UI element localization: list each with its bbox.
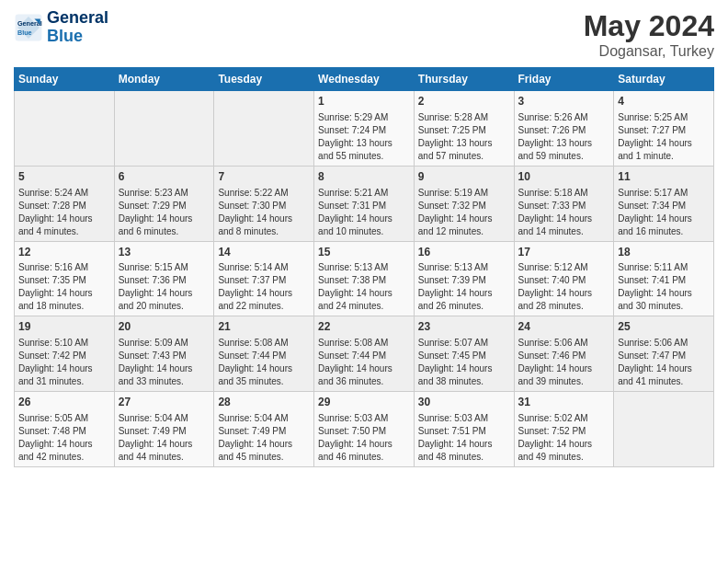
calendar-cell: 15Sunrise: 5:13 AM Sunset: 7:38 PM Dayli… — [314, 241, 415, 316]
calendar-cell: 8Sunrise: 5:21 AM Sunset: 7:31 PM Daylig… — [314, 166, 415, 241]
day-number: 31 — [518, 395, 610, 410]
day-info: Sunrise: 5:04 AM Sunset: 7:49 PM Dayligh… — [119, 412, 210, 464]
calendar-cell: 7Sunrise: 5:22 AM Sunset: 7:30 PM Daylig… — [214, 166, 314, 241]
calendar-cell: 13Sunrise: 5:15 AM Sunset: 7:36 PM Dayli… — [114, 241, 214, 316]
day-info: Sunrise: 5:18 AM Sunset: 7:33 PM Dayligh… — [518, 187, 610, 238]
day-number: 11 — [618, 169, 710, 185]
calendar-cell: 23Sunrise: 5:07 AM Sunset: 7:45 PM Dayli… — [414, 316, 514, 392]
day-info: Sunrise: 5:26 AM Sunset: 7:26 PM Dayligh… — [518, 111, 610, 163]
day-info: Sunrise: 5:06 AM Sunset: 7:46 PM Dayligh… — [518, 337, 610, 388]
day-number: 27 — [119, 395, 210, 410]
calendar-cell: 27Sunrise: 5:04 AM Sunset: 7:49 PM Dayli… — [114, 392, 214, 467]
day-info: Sunrise: 5:12 AM Sunset: 7:40 PM Dayligh… — [518, 261, 610, 313]
day-info: Sunrise: 5:24 AM Sunset: 7:28 PM Dayligh… — [18, 187, 110, 238]
day-info: Sunrise: 5:21 AM Sunset: 7:31 PM Dayligh… — [318, 187, 410, 238]
day-info: Sunrise: 5:23 AM Sunset: 7:29 PM Dayligh… — [119, 187, 210, 238]
calendar-cell: 29Sunrise: 5:03 AM Sunset: 7:50 PM Dayli… — [314, 392, 415, 467]
calendar-week-row: 5Sunrise: 5:24 AM Sunset: 7:28 PM Daylig… — [15, 166, 714, 241]
calendar-cell: 4Sunrise: 5:25 AM Sunset: 7:27 PM Daylig… — [614, 91, 714, 167]
day-number: 2 — [418, 94, 510, 109]
day-info: Sunrise: 5:14 AM Sunset: 7:37 PM Dayligh… — [218, 261, 310, 313]
calendar-cell: 10Sunrise: 5:18 AM Sunset: 7:33 PM Dayli… — [514, 166, 614, 241]
calendar-cell: 6Sunrise: 5:23 AM Sunset: 7:29 PM Daylig… — [114, 166, 214, 241]
calendar-cell: 26Sunrise: 5:05 AM Sunset: 7:48 PM Dayli… — [15, 392, 115, 467]
day-number: 26 — [18, 395, 110, 410]
day-number: 25 — [618, 319, 710, 335]
calendar-week-row: 12Sunrise: 5:16 AM Sunset: 7:35 PM Dayli… — [15, 241, 714, 316]
day-number: 9 — [418, 169, 510, 185]
day-info: Sunrise: 5:06 AM Sunset: 7:47 PM Dayligh… — [618, 337, 710, 388]
day-info: Sunrise: 5:19 AM Sunset: 7:32 PM Dayligh… — [418, 187, 510, 238]
calendar-cell: 31Sunrise: 5:02 AM Sunset: 7:52 PM Dayli… — [514, 392, 614, 467]
logo-icon: General Blue — [14, 13, 43, 42]
location-subtitle: Dogansar, Turkey — [584, 43, 714, 60]
calendar-week-row: 1Sunrise: 5:29 AM Sunset: 7:24 PM Daylig… — [15, 91, 714, 167]
calendar-cell — [114, 91, 214, 167]
day-number: 21 — [218, 319, 310, 335]
day-number: 29 — [318, 395, 410, 410]
day-number: 15 — [318, 245, 410, 260]
logo-text: General Blue — [47, 9, 108, 46]
calendar-cell: 18Sunrise: 5:11 AM Sunset: 7:41 PM Dayli… — [614, 241, 714, 316]
calendar-cell: 30Sunrise: 5:03 AM Sunset: 7:51 PM Dayli… — [414, 392, 514, 467]
day-info: Sunrise: 5:29 AM Sunset: 7:24 PM Dayligh… — [318, 111, 410, 163]
day-info: Sunrise: 5:17 AM Sunset: 7:34 PM Dayligh… — [618, 187, 710, 238]
calendar-cell: 14Sunrise: 5:14 AM Sunset: 7:37 PM Dayli… — [214, 241, 314, 316]
calendar-cell: 11Sunrise: 5:17 AM Sunset: 7:34 PM Dayli… — [614, 166, 714, 241]
day-number: 8 — [318, 169, 410, 185]
day-info: Sunrise: 5:10 AM Sunset: 7:42 PM Dayligh… — [18, 337, 110, 388]
calendar-cell: 3Sunrise: 5:26 AM Sunset: 7:26 PM Daylig… — [514, 91, 614, 167]
calendar-week-row: 26Sunrise: 5:05 AM Sunset: 7:48 PM Dayli… — [15, 392, 714, 467]
day-number: 6 — [119, 169, 210, 185]
day-info: Sunrise: 5:05 AM Sunset: 7:48 PM Dayligh… — [18, 412, 110, 464]
day-info: Sunrise: 5:08 AM Sunset: 7:44 PM Dayligh… — [218, 337, 310, 388]
calendar-table: SundayMondayTuesdayWednesdayThursdayFrid… — [14, 67, 714, 467]
calendar-cell: 21Sunrise: 5:08 AM Sunset: 7:44 PM Dayli… — [214, 316, 314, 392]
day-number: 30 — [418, 395, 510, 410]
weekday-header-saturday: Saturday — [614, 68, 714, 91]
weekday-header-row: SundayMondayTuesdayWednesdayThursdayFrid… — [15, 68, 714, 91]
day-number: 22 — [318, 319, 410, 335]
calendar-cell: 17Sunrise: 5:12 AM Sunset: 7:40 PM Dayli… — [514, 241, 614, 316]
day-number: 4 — [618, 94, 710, 109]
weekday-header-monday: Monday — [114, 68, 214, 91]
weekday-header-tuesday: Tuesday — [214, 68, 314, 91]
calendar-cell: 9Sunrise: 5:19 AM Sunset: 7:32 PM Daylig… — [414, 166, 514, 241]
day-number: 23 — [418, 319, 510, 335]
day-number: 13 — [119, 245, 210, 260]
day-info: Sunrise: 5:03 AM Sunset: 7:50 PM Dayligh… — [318, 412, 410, 464]
day-number: 24 — [518, 319, 610, 335]
day-number: 10 — [518, 169, 610, 185]
title-block: May 2024 Dogansar, Turkey — [584, 9, 714, 60]
calendar-cell: 12Sunrise: 5:16 AM Sunset: 7:35 PM Dayli… — [15, 241, 115, 316]
day-number: 12 — [18, 245, 110, 260]
logo: General Blue General Blue — [14, 9, 108, 46]
calendar-cell: 20Sunrise: 5:09 AM Sunset: 7:43 PM Dayli… — [114, 316, 214, 392]
day-number: 1 — [318, 94, 410, 109]
day-info: Sunrise: 5:11 AM Sunset: 7:41 PM Dayligh… — [618, 261, 710, 313]
calendar-cell: 25Sunrise: 5:06 AM Sunset: 7:47 PM Dayli… — [614, 316, 714, 392]
day-number: 28 — [218, 395, 310, 410]
weekday-header-sunday: Sunday — [15, 68, 115, 91]
weekday-header-friday: Friday — [514, 68, 614, 91]
svg-text:Blue: Blue — [17, 29, 32, 37]
day-number: 17 — [518, 245, 610, 260]
day-info: Sunrise: 5:08 AM Sunset: 7:44 PM Dayligh… — [318, 337, 410, 388]
day-number: 16 — [418, 245, 510, 260]
day-number: 18 — [618, 245, 710, 260]
day-number: 14 — [218, 245, 310, 260]
day-info: Sunrise: 5:25 AM Sunset: 7:27 PM Dayligh… — [618, 111, 710, 163]
day-number: 19 — [18, 319, 110, 335]
weekday-header-wednesday: Wednesday — [314, 68, 415, 91]
day-number: 20 — [119, 319, 210, 335]
day-info: Sunrise: 5:13 AM Sunset: 7:39 PM Dayligh… — [418, 261, 510, 313]
calendar-week-row: 19Sunrise: 5:10 AM Sunset: 7:42 PM Dayli… — [15, 316, 714, 392]
calendar-cell: 24Sunrise: 5:06 AM Sunset: 7:46 PM Dayli… — [514, 316, 614, 392]
day-info: Sunrise: 5:09 AM Sunset: 7:43 PM Dayligh… — [119, 337, 210, 388]
day-info: Sunrise: 5:03 AM Sunset: 7:51 PM Dayligh… — [418, 412, 510, 464]
day-info: Sunrise: 5:04 AM Sunset: 7:49 PM Dayligh… — [218, 412, 310, 464]
month-year-title: May 2024 — [584, 9, 714, 43]
day-info: Sunrise: 5:13 AM Sunset: 7:38 PM Dayligh… — [318, 261, 410, 313]
weekday-header-thursday: Thursday — [414, 68, 514, 91]
day-info: Sunrise: 5:07 AM Sunset: 7:45 PM Dayligh… — [418, 337, 510, 388]
